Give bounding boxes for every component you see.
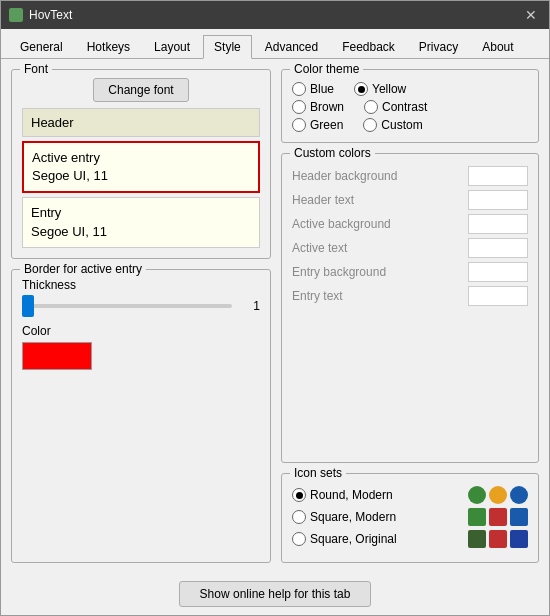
radio-green-label: Green bbox=[310, 118, 343, 132]
change-font-button[interactable]: Change font bbox=[93, 78, 188, 102]
icon-round-blue bbox=[510, 486, 528, 504]
custom-color-label-0: Header background bbox=[292, 169, 462, 183]
icon-set-row-2: Square, Original bbox=[292, 530, 528, 548]
radio-yellow-circle bbox=[354, 82, 368, 96]
entry-line2: Segoe UI, 11 bbox=[31, 223, 251, 241]
custom-color-label-4: Entry background bbox=[292, 265, 462, 279]
window-title: HovText bbox=[29, 8, 72, 22]
custom-color-input-3[interactable] bbox=[468, 238, 528, 258]
tab-style[interactable]: Style bbox=[203, 35, 252, 59]
icon-orig-red bbox=[489, 530, 507, 548]
custom-color-input-4[interactable] bbox=[468, 262, 528, 282]
active-entry-line1: Active entry bbox=[32, 149, 250, 167]
tab-about[interactable]: About bbox=[471, 35, 524, 58]
radio-square-original[interactable]: Square, Original bbox=[292, 532, 462, 546]
custom-color-input-0[interactable] bbox=[468, 166, 528, 186]
custom-color-label-5: Entry text bbox=[292, 289, 462, 303]
entry-preview: Entry Segoe UI, 11 bbox=[22, 197, 260, 247]
color-theme-row-3: Green Custom bbox=[292, 118, 528, 132]
icon-set-label-1: Square, Modern bbox=[310, 510, 396, 524]
icon-set-row-1: Square, Modern bbox=[292, 508, 528, 526]
custom-colors-group: Custom colors Header background Header t… bbox=[281, 153, 539, 463]
font-group-title: Font bbox=[20, 62, 52, 76]
radio-custom[interactable]: Custom bbox=[363, 118, 422, 132]
radio-contrast-label: Contrast bbox=[382, 100, 427, 114]
thickness-slider[interactable] bbox=[22, 304, 232, 308]
custom-color-label-2: Active background bbox=[292, 217, 462, 231]
slider-row: 1 bbox=[22, 296, 260, 316]
custom-color-label-3: Active text bbox=[292, 241, 462, 255]
tab-advanced[interactable]: Advanced bbox=[254, 35, 329, 58]
app-icon bbox=[9, 8, 23, 22]
icon-orig-blue bbox=[510, 530, 528, 548]
custom-color-input-5[interactable] bbox=[468, 286, 528, 306]
title-bar: HovText ✕ bbox=[1, 1, 549, 29]
border-group: Border for active entry Thickness 1 Colo… bbox=[11, 269, 271, 563]
icon-set-label-0: Round, Modern bbox=[310, 488, 393, 502]
custom-colors-grid: Header background Header text Active bac… bbox=[292, 166, 528, 306]
icon-set-icons-0 bbox=[468, 486, 528, 504]
main-window: HovText ✕ General Hotkeys Layout Style A… bbox=[0, 0, 550, 616]
tab-privacy[interactable]: Privacy bbox=[408, 35, 469, 58]
icon-set-icons-1 bbox=[468, 508, 528, 526]
tab-bar: General Hotkeys Layout Style Advanced Fe… bbox=[1, 29, 549, 59]
radio-square-modern-circle bbox=[292, 510, 306, 524]
title-bar-title: HovText bbox=[9, 8, 72, 22]
entry-line1: Entry bbox=[31, 204, 251, 222]
radio-blue[interactable]: Blue bbox=[292, 82, 334, 96]
icon-set-label-2: Square, Original bbox=[310, 532, 397, 546]
custom-colors-title: Custom colors bbox=[290, 146, 375, 160]
radio-brown-label: Brown bbox=[310, 100, 344, 114]
thickness-value: 1 bbox=[240, 299, 260, 313]
icon-round-orange bbox=[489, 486, 507, 504]
radio-square-modern[interactable]: Square, Modern bbox=[292, 510, 462, 524]
header-preview: Header bbox=[22, 108, 260, 137]
thickness-label: Thickness bbox=[22, 278, 260, 292]
close-button[interactable]: ✕ bbox=[521, 5, 541, 25]
radio-yellow[interactable]: Yellow bbox=[354, 82, 406, 96]
radio-brown[interactable]: Brown bbox=[292, 100, 344, 114]
custom-color-input-1[interactable] bbox=[468, 190, 528, 210]
tab-layout[interactable]: Layout bbox=[143, 35, 201, 58]
active-entry-line2: Segoe UI, 11 bbox=[32, 167, 250, 185]
main-content: Font Change font Header Active entry Seg… bbox=[1, 59, 549, 573]
font-group: Font Change font Header Active entry Seg… bbox=[11, 69, 271, 259]
icon-square-blue bbox=[510, 508, 528, 526]
border-color-swatch[interactable] bbox=[22, 342, 92, 370]
custom-color-input-2[interactable] bbox=[468, 214, 528, 234]
tab-hotkeys[interactable]: Hotkeys bbox=[76, 35, 141, 58]
thickness-slider-container bbox=[22, 296, 232, 316]
icon-set-icons-2 bbox=[468, 530, 528, 548]
radio-blue-label: Blue bbox=[310, 82, 334, 96]
color-theme-title: Color theme bbox=[290, 62, 363, 76]
border-group-title: Border for active entry bbox=[20, 262, 146, 276]
icon-orig-green bbox=[468, 530, 486, 548]
icon-sets-title: Icon sets bbox=[290, 466, 346, 480]
help-button[interactable]: Show online help for this tab bbox=[179, 581, 372, 607]
radio-square-original-circle bbox=[292, 532, 306, 546]
icon-square-green bbox=[468, 508, 486, 526]
color-theme-radios: Blue Yellow Brown bbox=[292, 82, 528, 132]
icon-square-red bbox=[489, 508, 507, 526]
tab-general[interactable]: General bbox=[9, 35, 74, 58]
right-panel: Color theme Blue Yellow bbox=[281, 69, 539, 563]
icon-set-row-0: Round, Modern bbox=[292, 486, 528, 504]
color-theme-row-2: Brown Contrast bbox=[292, 100, 528, 114]
active-entry-preview: Active entry Segoe UI, 11 bbox=[22, 141, 260, 193]
radio-brown-circle bbox=[292, 100, 306, 114]
color-theme-group: Color theme Blue Yellow bbox=[281, 69, 539, 143]
color-label: Color bbox=[22, 324, 260, 338]
left-panel: Font Change font Header Active entry Seg… bbox=[11, 69, 271, 563]
radio-green[interactable]: Green bbox=[292, 118, 343, 132]
color-theme-row-1: Blue Yellow bbox=[292, 82, 528, 96]
radio-green-circle bbox=[292, 118, 306, 132]
icon-round-green bbox=[468, 486, 486, 504]
custom-color-label-1: Header text bbox=[292, 193, 462, 207]
tab-feedback[interactable]: Feedback bbox=[331, 35, 406, 58]
radio-contrast-circle bbox=[364, 100, 378, 114]
radio-round-modern[interactable]: Round, Modern bbox=[292, 488, 462, 502]
radio-custom-circle bbox=[363, 118, 377, 132]
radio-contrast[interactable]: Contrast bbox=[364, 100, 427, 114]
radio-custom-label: Custom bbox=[381, 118, 422, 132]
icon-sets-group: Icon sets Round, Modern bbox=[281, 473, 539, 563]
